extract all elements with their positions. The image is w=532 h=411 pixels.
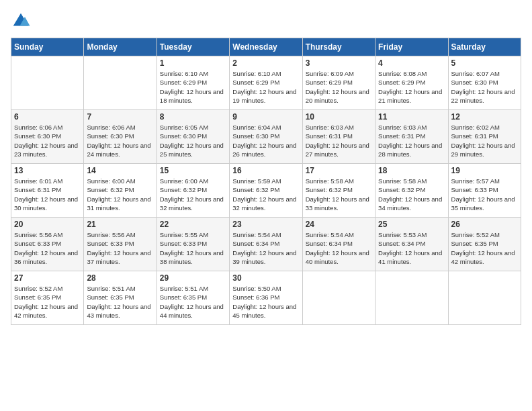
calendar-cell: 5Sunrise: 6:07 AMSunset: 6:30 PMDaylight… bbox=[448, 56, 521, 110]
day-info: Sunrise: 6:09 AMSunset: 6:29 PMDaylight:… bbox=[306, 69, 372, 105]
day-info: Sunrise: 6:08 AMSunset: 6:29 PMDaylight:… bbox=[378, 69, 445, 105]
calendar-cell: 21Sunrise: 5:56 AMSunset: 6:33 PMDayligh… bbox=[84, 218, 157, 271]
day-info: Sunrise: 6:04 AMSunset: 6:30 PMDaylight:… bbox=[232, 123, 299, 158]
day-info: Sunrise: 5:50 AMSunset: 6:36 PMDaylight:… bbox=[232, 284, 299, 320]
day-info: Sunrise: 5:56 AMSunset: 6:33 PMDaylight:… bbox=[14, 230, 81, 266]
weekday-header: Monday bbox=[84, 38, 157, 56]
day-number: 17 bbox=[306, 166, 372, 175]
day-number: 16 bbox=[232, 166, 299, 175]
calendar-header: SundayMondayTuesdayWednesdayThursdayFrid… bbox=[11, 38, 521, 56]
logo-icon bbox=[11, 11, 31, 31]
day-number: 4 bbox=[378, 58, 445, 68]
calendar-cell: 16Sunrise: 5:59 AMSunset: 6:32 PMDayligh… bbox=[230, 164, 302, 218]
day-number: 7 bbox=[87, 112, 153, 122]
calendar-cell: 9Sunrise: 6:04 AMSunset: 6:30 PMDaylight… bbox=[230, 110, 302, 164]
day-number: 8 bbox=[160, 112, 226, 122]
day-info: Sunrise: 5:58 AMSunset: 6:32 PMDaylight:… bbox=[306, 177, 372, 212]
calendar-cell bbox=[448, 271, 521, 325]
day-number: 11 bbox=[378, 112, 445, 122]
day-number: 14 bbox=[87, 166, 153, 175]
day-number: 24 bbox=[306, 220, 372, 229]
calendar-cell: 17Sunrise: 5:58 AMSunset: 6:32 PMDayligh… bbox=[302, 164, 375, 218]
day-number: 15 bbox=[160, 166, 226, 175]
day-info: Sunrise: 5:51 AMSunset: 6:35 PMDaylight:… bbox=[160, 284, 226, 320]
calendar-cell: 30Sunrise: 5:50 AMSunset: 6:36 PMDayligh… bbox=[230, 271, 302, 325]
calendar-cell: 18Sunrise: 5:58 AMSunset: 6:32 PMDayligh… bbox=[375, 164, 448, 218]
day-number: 19 bbox=[451, 166, 518, 175]
day-number: 25 bbox=[378, 220, 445, 229]
day-info: Sunrise: 6:00 AMSunset: 6:32 PMDaylight:… bbox=[87, 177, 153, 212]
calendar-cell: 20Sunrise: 5:56 AMSunset: 6:33 PMDayligh… bbox=[11, 218, 84, 271]
calendar-week-row: 1Sunrise: 6:10 AMSunset: 6:29 PMDaylight… bbox=[11, 56, 521, 110]
day-info: Sunrise: 5:55 AMSunset: 6:33 PMDaylight:… bbox=[160, 230, 226, 266]
day-info: Sunrise: 6:03 AMSunset: 6:31 PMDaylight:… bbox=[378, 123, 445, 158]
calendar-cell: 7Sunrise: 6:06 AMSunset: 6:30 PMDaylight… bbox=[84, 110, 157, 164]
calendar-cell: 29Sunrise: 5:51 AMSunset: 6:35 PMDayligh… bbox=[157, 271, 229, 325]
day-info: Sunrise: 5:54 AMSunset: 6:34 PMDaylight:… bbox=[306, 230, 372, 266]
calendar-cell: 12Sunrise: 6:02 AMSunset: 6:31 PMDayligh… bbox=[448, 110, 521, 164]
day-number: 6 bbox=[14, 112, 81, 122]
day-info: Sunrise: 6:02 AMSunset: 6:31 PMDaylight:… bbox=[451, 123, 518, 158]
day-info: Sunrise: 5:52 AMSunset: 6:35 PMDaylight:… bbox=[451, 230, 518, 266]
calendar-cell: 24Sunrise: 5:54 AMSunset: 6:34 PMDayligh… bbox=[302, 218, 375, 271]
calendar-table: SundayMondayTuesdayWednesdayThursdayFrid… bbox=[11, 38, 521, 325]
calendar-cell: 23Sunrise: 5:54 AMSunset: 6:34 PMDayligh… bbox=[230, 218, 302, 271]
day-info: Sunrise: 6:10 AMSunset: 6:29 PMDaylight:… bbox=[232, 69, 299, 105]
day-number: 9 bbox=[232, 112, 299, 122]
day-info: Sunrise: 6:01 AMSunset: 6:31 PMDaylight:… bbox=[14, 177, 81, 212]
day-number: 18 bbox=[378, 166, 445, 175]
calendar-week-row: 13Sunrise: 6:01 AMSunset: 6:31 PMDayligh… bbox=[11, 164, 521, 218]
day-number: 2 bbox=[232, 58, 299, 68]
calendar-cell: 19Sunrise: 5:57 AMSunset: 6:33 PMDayligh… bbox=[448, 164, 521, 218]
calendar-cell bbox=[302, 271, 375, 325]
weekday-header: Thursday bbox=[302, 38, 375, 56]
calendar-cell: 25Sunrise: 5:53 AMSunset: 6:34 PMDayligh… bbox=[375, 218, 448, 271]
calendar-cell: 15Sunrise: 6:00 AMSunset: 6:32 PMDayligh… bbox=[157, 164, 229, 218]
weekday-header: Saturday bbox=[448, 38, 521, 56]
day-info: Sunrise: 5:54 AMSunset: 6:34 PMDaylight:… bbox=[232, 230, 299, 266]
calendar-cell: 8Sunrise: 6:05 AMSunset: 6:30 PMDaylight… bbox=[157, 110, 229, 164]
calendar-cell: 4Sunrise: 6:08 AMSunset: 6:29 PMDaylight… bbox=[375, 56, 448, 110]
day-number: 12 bbox=[451, 112, 518, 122]
day-number: 5 bbox=[451, 58, 518, 68]
calendar-cell: 11Sunrise: 6:03 AMSunset: 6:31 PMDayligh… bbox=[375, 110, 448, 164]
calendar-cell: 1Sunrise: 6:10 AMSunset: 6:29 PMDaylight… bbox=[157, 56, 229, 110]
day-number: 3 bbox=[306, 58, 372, 68]
day-number: 22 bbox=[160, 220, 226, 229]
day-number: 23 bbox=[232, 220, 299, 229]
day-number: 10 bbox=[306, 112, 372, 122]
day-info: Sunrise: 5:53 AMSunset: 6:34 PMDaylight:… bbox=[378, 230, 445, 266]
day-number: 29 bbox=[160, 273, 226, 283]
calendar-body: 1Sunrise: 6:10 AMSunset: 6:29 PMDaylight… bbox=[11, 56, 521, 325]
day-number: 27 bbox=[14, 273, 81, 283]
weekday-header: Tuesday bbox=[157, 38, 229, 56]
day-info: Sunrise: 5:58 AMSunset: 6:32 PMDaylight:… bbox=[378, 177, 445, 212]
calendar-cell: 22Sunrise: 5:55 AMSunset: 6:33 PMDayligh… bbox=[157, 218, 229, 271]
weekday-row: SundayMondayTuesdayWednesdayThursdayFrid… bbox=[11, 38, 521, 56]
calendar-week-row: 27Sunrise: 5:52 AMSunset: 6:35 PMDayligh… bbox=[11, 271, 521, 325]
day-info: Sunrise: 5:59 AMSunset: 6:32 PMDaylight:… bbox=[232, 177, 299, 212]
day-info: Sunrise: 6:06 AMSunset: 6:30 PMDaylight:… bbox=[87, 123, 153, 158]
day-info: Sunrise: 5:57 AMSunset: 6:33 PMDaylight:… bbox=[451, 177, 518, 212]
calendar-week-row: 20Sunrise: 5:56 AMSunset: 6:33 PMDayligh… bbox=[11, 218, 521, 271]
calendar-cell bbox=[11, 56, 84, 110]
weekday-header: Sunday bbox=[11, 38, 84, 56]
calendar-cell: 14Sunrise: 6:00 AMSunset: 6:32 PMDayligh… bbox=[84, 164, 157, 218]
calendar-cell: 26Sunrise: 5:52 AMSunset: 6:35 PMDayligh… bbox=[448, 218, 521, 271]
day-info: Sunrise: 5:56 AMSunset: 6:33 PMDaylight:… bbox=[87, 230, 153, 266]
weekday-header: Friday bbox=[375, 38, 448, 56]
day-info: Sunrise: 5:51 AMSunset: 6:35 PMDaylight:… bbox=[87, 284, 153, 320]
day-number: 30 bbox=[232, 273, 299, 283]
day-number: 20 bbox=[14, 220, 81, 229]
calendar-cell bbox=[84, 56, 157, 110]
day-number: 1 bbox=[160, 58, 226, 68]
calendar-cell: 28Sunrise: 5:51 AMSunset: 6:35 PMDayligh… bbox=[84, 271, 157, 325]
day-info: Sunrise: 5:52 AMSunset: 6:35 PMDaylight:… bbox=[14, 284, 81, 320]
day-number: 13 bbox=[14, 166, 81, 175]
calendar-cell: 3Sunrise: 6:09 AMSunset: 6:29 PMDaylight… bbox=[302, 56, 375, 110]
day-info: Sunrise: 6:10 AMSunset: 6:29 PMDaylight:… bbox=[160, 69, 226, 105]
calendar-cell: 13Sunrise: 6:01 AMSunset: 6:31 PMDayligh… bbox=[11, 164, 84, 218]
page-header bbox=[11, 11, 521, 31]
day-info: Sunrise: 6:03 AMSunset: 6:31 PMDaylight:… bbox=[306, 123, 372, 158]
weekday-header: Wednesday bbox=[230, 38, 302, 56]
